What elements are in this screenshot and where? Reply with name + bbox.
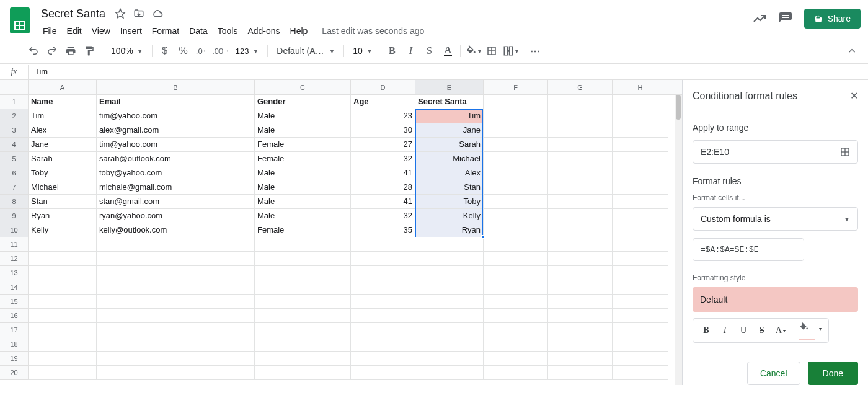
fill-color-format-button[interactable]: ▾: [799, 322, 815, 339]
cell[interactable]: [548, 237, 613, 252]
cell[interactable]: [613, 166, 668, 180]
cell[interactable]: [97, 323, 255, 337]
strike-format-button[interactable]: S: [754, 322, 770, 339]
cell[interactable]: [613, 209, 668, 223]
row-head[interactable]: 13: [0, 266, 29, 280]
cell[interactable]: [97, 280, 255, 295]
row-head[interactable]: 3: [0, 123, 29, 138]
menu-file[interactable]: File: [38, 24, 61, 38]
cell[interactable]: Sarah: [29, 152, 97, 166]
cell[interactable]: [548, 295, 613, 309]
cell[interactable]: [484, 237, 548, 252]
cell[interactable]: [29, 252, 97, 266]
row-head[interactable]: 11: [0, 237, 29, 252]
cell[interactable]: [613, 352, 668, 366]
cell[interactable]: [415, 337, 484, 352]
cell[interactable]: [29, 366, 97, 380]
cell[interactable]: [613, 295, 668, 309]
cell[interactable]: [548, 138, 613, 152]
zoom-selector[interactable]: 100%▼: [106, 46, 148, 56]
cell[interactable]: [484, 209, 548, 223]
decrease-decimal-button[interactable]: .0←: [193, 42, 211, 60]
cell[interactable]: [255, 366, 351, 380]
cell[interactable]: [484, 337, 548, 352]
cell[interactable]: [255, 323, 351, 337]
cell[interactable]: [351, 237, 415, 252]
row-head[interactable]: 18: [0, 337, 29, 352]
row-head[interactable]: 14: [0, 280, 29, 295]
text-color-format-button[interactable]: A▾: [773, 322, 789, 339]
cell[interactable]: [548, 223, 613, 237]
cell[interactable]: [613, 323, 668, 337]
cell[interactable]: [548, 309, 613, 323]
cancel-button[interactable]: Cancel: [747, 362, 800, 385]
menu-addons[interactable]: Add-ons: [243, 24, 284, 38]
style-preview[interactable]: Default: [693, 287, 858, 312]
row-head[interactable]: 6: [0, 166, 29, 180]
more-formats-button[interactable]: 123▼: [231, 47, 264, 56]
cell[interactable]: Michael: [415, 152, 484, 166]
cell[interactable]: [255, 280, 351, 295]
cell[interactable]: tim@yahoo.com: [97, 138, 255, 152]
cell[interactable]: [548, 352, 613, 366]
cell[interactable]: [548, 152, 613, 166]
cell[interactable]: alex@gmail.com: [97, 123, 255, 138]
cell[interactable]: [97, 295, 255, 309]
cell[interactable]: Female: [255, 138, 351, 152]
cell[interactable]: [484, 166, 548, 180]
row-head[interactable]: 15: [0, 295, 29, 309]
cell[interactable]: 27: [351, 138, 415, 152]
row-head[interactable]: 20: [0, 366, 29, 380]
cell[interactable]: Sarah: [415, 138, 484, 152]
currency-button[interactable]: $: [156, 42, 174, 60]
row-head[interactable]: 5: [0, 152, 29, 166]
done-button[interactable]: Done: [808, 362, 858, 385]
cell[interactable]: [415, 309, 484, 323]
cell[interactable]: [415, 252, 484, 266]
cell[interactable]: [613, 123, 668, 138]
cell[interactable]: Female: [255, 223, 351, 237]
col-head-A[interactable]: A: [29, 80, 97, 94]
italic-format-button[interactable]: I: [717, 322, 733, 339]
cell[interactable]: [97, 352, 255, 366]
percent-button[interactable]: %: [175, 42, 192, 60]
cell[interactable]: [484, 109, 548, 123]
cell[interactable]: [484, 323, 548, 337]
cell[interactable]: Ryan: [29, 209, 97, 223]
cell[interactable]: [613, 109, 668, 123]
strikethrough-button[interactable]: S: [420, 42, 438, 60]
cell[interactable]: Kelly: [29, 223, 97, 237]
cell[interactable]: 32: [351, 209, 415, 223]
cell[interactable]: [351, 295, 415, 309]
row-head[interactable]: 7: [0, 180, 29, 195]
cell[interactable]: 30: [351, 123, 415, 138]
cell[interactable]: Male: [255, 195, 351, 209]
row-head[interactable]: 1: [0, 95, 29, 109]
cell[interactable]: [484, 152, 548, 166]
text-color-button[interactable]: A: [439, 42, 456, 60]
cell[interactable]: [613, 95, 668, 109]
cell[interactable]: [351, 309, 415, 323]
menu-insert[interactable]: Insert: [116, 24, 146, 38]
col-head-F[interactable]: F: [484, 80, 548, 94]
cell[interactable]: [613, 138, 668, 152]
cell[interactable]: Jane: [29, 138, 97, 152]
cell[interactable]: Alex: [29, 123, 97, 138]
col-head-C[interactable]: C: [255, 80, 351, 94]
cell[interactable]: [255, 237, 351, 252]
cell[interactable]: [255, 337, 351, 352]
cell[interactable]: [351, 280, 415, 295]
cell[interactable]: [548, 209, 613, 223]
cell[interactable]: [29, 237, 97, 252]
cell[interactable]: [29, 352, 97, 366]
cell[interactable]: [484, 195, 548, 209]
cell[interactable]: [613, 195, 668, 209]
cell[interactable]: [415, 323, 484, 337]
row-head[interactable]: 12: [0, 252, 29, 266]
cell[interactable]: [255, 266, 351, 280]
cell[interactable]: Michael: [29, 180, 97, 195]
cell[interactable]: [613, 366, 668, 380]
redo-button[interactable]: [43, 42, 61, 60]
cell[interactable]: [484, 123, 548, 138]
cell[interactable]: Toby: [415, 195, 484, 209]
